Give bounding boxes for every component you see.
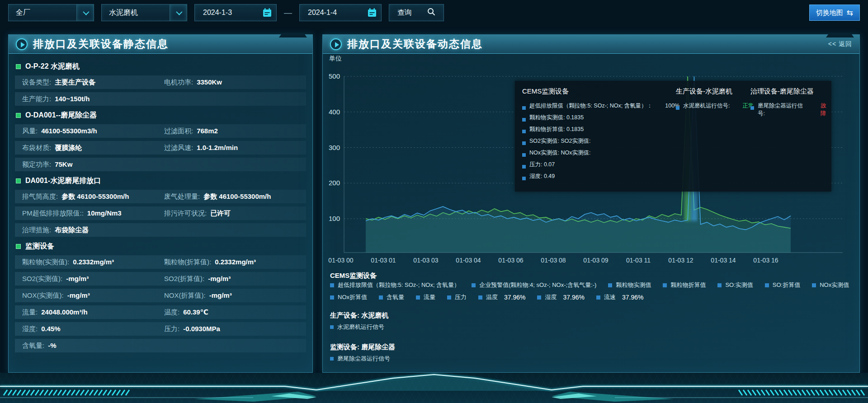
- tooltip-column: 生产设备-水泥磨机水泥磨机运行信号:正常: [676, 87, 754, 114]
- legend-label: 温度: [486, 293, 498, 301]
- tooltip-item-label: NOx实测值: NOx实测值:: [529, 149, 590, 157]
- chevron-down-icon[interactable]: [170, 5, 187, 21]
- legend-item[interactable]: SO:实测值: [717, 281, 753, 289]
- tech-footer-decoration: [0, 373, 868, 403]
- switch-map-button[interactable]: 切换地图 ⇆: [809, 5, 860, 21]
- svg-text:01-03 16: 01-03 16: [753, 257, 778, 264]
- legend-item[interactable]: 温度37.96%: [478, 293, 525, 301]
- legend-item[interactable]: 企业预警值(颗粒物:4; sOz-; NOx-;含氧气量:-): [472, 281, 596, 289]
- info-value: 1.0-1.2m/min: [197, 144, 238, 151]
- info-row: 额定功率:75Kw: [15, 158, 306, 171]
- device-select[interactable]: 水泥磨机: [101, 4, 187, 21]
- svg-text:100: 100: [329, 215, 340, 222]
- green-bullet-icon: [16, 244, 21, 249]
- green-bullet-icon: [16, 64, 21, 69]
- legend-label: 超低排放限值（颗拉物:5: SOz-; NOx; 含氧量）: [338, 281, 460, 289]
- date-from-value: 2024-1-3: [203, 9, 232, 17]
- plant-select-value: 全厂: [16, 8, 30, 18]
- info-row: NOX(实测值):-mg/m³NOX(折算值):-mg/m³: [15, 289, 306, 302]
- info-value: 覆膜涤纶: [55, 144, 82, 152]
- legend-item[interactable]: 含氧量: [379, 293, 404, 301]
- legend-item[interactable]: 流量: [416, 293, 435, 301]
- static-info-header: 排放口及关联设备静态信息: [9, 35, 312, 54]
- info-label: 湿度:: [22, 325, 38, 333]
- section-title: O-P-22 水泥磨机: [25, 62, 80, 71]
- info-cell: 温度:60.39℃: [164, 308, 306, 317]
- legend-value: 37.96%: [504, 294, 525, 301]
- info-row: 流量:24048.000m³/h温度:60.39℃: [15, 305, 306, 319]
- legend-marker-icon: [330, 295, 334, 300]
- svg-text:400: 400: [329, 108, 340, 116]
- back-link[interactable]: << 返回: [828, 40, 852, 48]
- info-value: 0.45%: [41, 325, 61, 333]
- info-label: 含氧量:: [22, 342, 44, 350]
- info-row: 设备类型:主要生产设备电机功率:3350Kw: [15, 75, 306, 89]
- plant-select[interactable]: 全厂: [8, 4, 94, 21]
- date-to-input[interactable]: 2024-1-4: [299, 4, 382, 21]
- top-toolbar: 全厂 水泥磨机 2024-1-3 — 2024-1-4 查询 切换地图 ⇆: [8, 3, 860, 22]
- panel-notch-decoration: [279, 34, 307, 37]
- legend-label: 颗粒物实测值: [616, 281, 651, 289]
- info-label: 风量:: [22, 127, 38, 136]
- legend-item[interactable]: 超低排放限值（颗拉物:5: SOz-; NOx; 含氧量）: [330, 281, 460, 289]
- info-cell: 排气筒高度:参数 46100-55300m/h: [22, 192, 164, 201]
- info-row: 治理措施:布袋除尘器: [15, 223, 306, 237]
- svg-text:01-03 04: 01-03 04: [456, 257, 481, 264]
- info-label: NOX(实测值):: [22, 291, 64, 300]
- query-button[interactable]: 查询: [389, 4, 444, 21]
- info-value: 已许可: [210, 209, 231, 218]
- info-cell: SO2(折算值):-mg/m³: [164, 275, 306, 283]
- info-value: -mg/m³: [208, 275, 231, 282]
- legend-item[interactable]: 颗粒物折算值: [663, 281, 706, 289]
- legend-label: 压力: [455, 293, 467, 301]
- svg-text:01-03 12: 01-03 12: [668, 257, 693, 264]
- legend-item[interactable]: 压力: [447, 293, 467, 301]
- svg-text:01-03 14: 01-03 14: [711, 257, 736, 264]
- bottom-section-title: 生产设备: 水泥磨机: [330, 311, 388, 320]
- section-header: 监测设备: [16, 240, 305, 253]
- legend-label: SO:实测值: [725, 281, 753, 289]
- section-title: DA001-水泥磨尾排放口: [25, 176, 101, 186]
- info-value: 3350Kw: [197, 78, 222, 86]
- legend-marker-icon: [717, 283, 722, 287]
- chart-tooltip: CEMS监测设备超低排放限值（颗拉物:5: SOz-; NOx; 含氧量）：10…: [515, 81, 831, 192]
- legend-item[interactable]: 颗粒物实测值: [608, 281, 651, 289]
- date-from-input[interactable]: 2024-1-3: [194, 4, 277, 21]
- signal-legend-item[interactable]: 磨尾除尘器运行信号: [330, 355, 390, 363]
- info-label: NOX(折算值):: [164, 291, 206, 300]
- legend-item[interactable]: NOx折算值: [330, 293, 367, 301]
- dynamic-info-panel: 排放口及关联设备动态信息 << 返回 单位 10020030040050001-…: [322, 34, 860, 373]
- tooltip-item-label: SO2实测值: SO2实测值:: [529, 137, 590, 145]
- legend-label: 流速: [604, 293, 616, 301]
- info-cell: NOX(实测值):-mg/m³: [22, 291, 164, 300]
- legend-item[interactable]: 湿度37.96%: [537, 293, 584, 301]
- legend-item[interactable]: SO:折算值: [765, 281, 800, 289]
- info-cell: 含氧量:-%: [22, 342, 164, 350]
- tooltip-item-label: 超低排放限值（颗拉物:5: SOz-; NOx; 含氧量）：: [529, 102, 652, 110]
- legend-label: 含氧量: [387, 293, 404, 301]
- legend-marker-icon: [537, 295, 541, 300]
- info-value: 10mg/Nm3: [87, 209, 122, 217]
- svg-text:01-03 03: 01-03 03: [413, 257, 438, 264]
- tooltip-column: 治理设备-磨尾除尘器磨尾除尘器运行信号:故障: [750, 87, 831, 114]
- static-info-panel: 排放口及关联设备静态信息 O-P-22 水泥磨机设备类型:主要生产设备电机功率:…: [8, 34, 313, 373]
- svg-text:01-03 08: 01-03 08: [541, 257, 566, 264]
- legend-marker-icon: [330, 283, 334, 287]
- blue-bullet-icon: [522, 177, 526, 180]
- chevron-down-icon[interactable]: [76, 5, 94, 21]
- info-label: 设备类型:: [22, 78, 51, 87]
- info-value: 参数 46100-55300m/h: [203, 192, 271, 201]
- legend-item[interactable]: NOx实测值: [812, 281, 849, 289]
- legend-item[interactable]: 流速37.96%: [596, 293, 643, 301]
- info-row: 生产能力:140~150t/h: [15, 92, 306, 106]
- legend-marker-icon: [812, 283, 816, 287]
- signal-legend-item[interactable]: 水泥磨机运行信号: [330, 323, 384, 331]
- blue-bullet-icon: [522, 118, 526, 122]
- play-circle-icon: [16, 38, 28, 50]
- info-label: 过滤面积:: [164, 127, 193, 136]
- date-range-separator: —: [284, 8, 292, 18]
- info-cell: 颗粒物(折算值):0.2332mg/m³: [164, 258, 306, 267]
- legend-marker-icon: [478, 295, 482, 300]
- info-value: 140~150t/h: [55, 95, 90, 103]
- dynamic-info-header: 排放口及关联设备动态信息 << 返回: [323, 35, 859, 54]
